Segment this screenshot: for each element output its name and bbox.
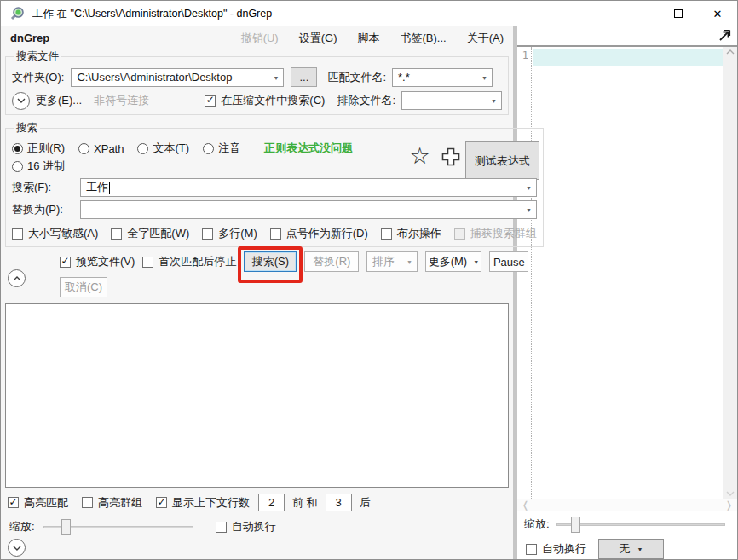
- pop-out-arrow-icon[interactable]: [718, 29, 731, 43]
- minimize-button[interactable]: [620, 1, 659, 26]
- results-list[interactable]: [5, 303, 509, 488]
- radio-regex[interactable]: 正则(R): [12, 141, 65, 156]
- menu-settings[interactable]: 设置(G): [299, 31, 337, 46]
- context-before-input[interactable]: 2: [258, 494, 285, 511]
- radio-phonetic-label[interactable]: 注音: [218, 141, 240, 156]
- more-actions-button[interactable]: 更多(M) ▼: [425, 251, 481, 272]
- slider-thumb[interactable]: [571, 517, 580, 533]
- slider-track[interactable]: [556, 523, 725, 526]
- show-context-checkbox[interactable]: [156, 497, 167, 508]
- menu-script[interactable]: 脚本: [357, 31, 379, 46]
- menu-about[interactable]: 关于(A): [467, 31, 504, 46]
- case-sensitive-label[interactable]: 大小写敏感(A): [28, 226, 98, 241]
- maximize-button[interactable]: [659, 1, 698, 26]
- dropdown-arrow-icon[interactable]: ▼: [273, 75, 279, 81]
- bookmark-star-icon[interactable]: ☆: [410, 145, 430, 168]
- dropdown-arrow-icon[interactable]: ▼: [491, 98, 497, 104]
- context-after-input[interactable]: 3: [326, 494, 352, 511]
- multiline-checkbox[interactable]: [202, 228, 213, 240]
- radio-regex-label[interactable]: 正则(R): [27, 141, 65, 156]
- highlight-groups-checkbox[interactable]: [82, 497, 93, 508]
- radio-regex-circle[interactable]: [12, 143, 23, 154]
- radio-hex-label[interactable]: 16 进制: [27, 159, 65, 174]
- horizontal-scrollbar[interactable]: ❬ ❭: [517, 499, 737, 511]
- syntax-value[interactable]: 无: [620, 541, 631, 557]
- option-case-sensitive[interactable]: 大小写敏感(A): [12, 225, 98, 242]
- preview-zoom-slider[interactable]: [556, 517, 725, 533]
- dropdown-arrow-icon[interactable]: ▼: [637, 546, 643, 552]
- results-wrap-checkbox[interactable]: [216, 522, 227, 533]
- option-highlight-matches[interactable]: 高亮匹配: [8, 495, 68, 511]
- highlight-matches-checkbox[interactable]: [8, 497, 19, 508]
- boolean-checkbox[interactable]: [381, 228, 392, 240]
- test-expression-button[interactable]: 测试表达式: [465, 141, 539, 180]
- option-whole-word[interactable]: 全字匹配(W): [111, 225, 189, 242]
- search-for-combobox[interactable]: 工作 ▼: [80, 178, 537, 197]
- dropdown-arrow-icon[interactable]: ▼: [473, 259, 479, 265]
- menu-bookmarks[interactable]: 书签(B)...: [400, 31, 446, 46]
- replace-with-combobox[interactable]: ▼: [80, 200, 537, 219]
- results-wrap-label[interactable]: 自动换行: [232, 519, 276, 534]
- scroll-left-icon[interactable]: ❬: [522, 499, 529, 511]
- radio-phonetic[interactable]: 注音: [203, 141, 240, 156]
- close-button[interactable]: ✕: [698, 1, 737, 26]
- radio-phonetic-circle[interactable]: [203, 143, 214, 154]
- highlight-matches-label[interactable]: 高亮匹配: [24, 495, 68, 511]
- option-preview-wrap[interactable]: 自动换行: [526, 541, 586, 557]
- search-archives-label[interactable]: 在压缩文件中搜索(C): [221, 93, 325, 108]
- boolean-label[interactable]: 布尔操作: [397, 226, 441, 241]
- stop-after-first-label[interactable]: 首次匹配后停止: [159, 254, 236, 269]
- whole-word-checkbox[interactable]: [111, 228, 122, 240]
- dot-as-newline-checkbox[interactable]: [270, 228, 281, 240]
- vertical-scrollbar[interactable]: [723, 47, 737, 499]
- add-bookmark-plus-icon[interactable]: [441, 147, 461, 167]
- search-button[interactable]: 搜索(S): [244, 251, 297, 272]
- radio-hex-circle[interactable]: [12, 161, 23, 172]
- stop-after-first-checkbox[interactable]: [142, 257, 153, 268]
- pause-button[interactable]: Pause: [489, 251, 528, 272]
- more-actions-label[interactable]: 更多(M): [429, 254, 468, 269]
- editor-body[interactable]: [532, 47, 723, 499]
- radio-text[interactable]: 文本(T): [137, 141, 189, 156]
- search-archives-checkbox[interactable]: [205, 95, 216, 107]
- radio-xpath[interactable]: XPath: [78, 142, 124, 155]
- option-boolean[interactable]: 布尔操作: [381, 225, 441, 242]
- option-dot-as-newline[interactable]: 点号作为新行(D): [270, 225, 368, 242]
- preview-file-checkbox[interactable]: [60, 257, 71, 268]
- syntax-select-button[interactable]: 无 ▼: [598, 539, 664, 559]
- multiline-label[interactable]: 多行(M): [218, 226, 257, 241]
- option-show-context[interactable]: 显示上下文行数: [156, 495, 250, 511]
- results-zoom-slider[interactable]: [43, 519, 193, 535]
- dropdown-arrow-icon[interactable]: ▼: [526, 207, 532, 213]
- radio-hex[interactable]: 16 进制: [12, 159, 65, 174]
- show-context-label[interactable]: 显示上下文行数: [172, 495, 250, 511]
- scroll-down-icon[interactable]: [726, 491, 735, 496]
- preview-wrap-checkbox[interactable]: [526, 544, 537, 555]
- dropdown-arrow-icon[interactable]: ▼: [481, 75, 487, 81]
- preview-file-label[interactable]: 预览文件(V): [76, 254, 135, 269]
- collapse-bottom-button[interactable]: [8, 539, 26, 557]
- whole-word-label[interactable]: 全字匹配(W): [127, 226, 189, 241]
- highlight-groups-label[interactable]: 高亮群组: [98, 495, 142, 511]
- more-options-label[interactable]: 更多(E)...: [36, 93, 82, 108]
- option-results-wrap[interactable]: 自动换行: [216, 519, 276, 534]
- folder-combobox[interactable]: C:\Users\Administrator\Desktop ▼: [71, 68, 284, 87]
- case-sensitive-checkbox[interactable]: [12, 228, 23, 240]
- dropdown-arrow-icon[interactable]: ▼: [526, 185, 532, 191]
- preview-wrap-label[interactable]: 自动换行: [542, 541, 586, 557]
- radio-xpath-circle[interactable]: [78, 143, 89, 154]
- scroll-up-icon[interactable]: [726, 49, 735, 55]
- slider-thumb[interactable]: [61, 519, 71, 535]
- radio-text-circle[interactable]: [137, 143, 148, 154]
- exclude-files-combobox[interactable]: ▼: [401, 91, 502, 110]
- option-stop-after-first-match[interactable]: 首次匹配后停止: [142, 254, 236, 269]
- radio-text-label[interactable]: 文本(T): [153, 141, 189, 156]
- browse-button[interactable]: ...: [291, 67, 317, 87]
- preview-editor[interactable]: 1: [517, 45, 737, 499]
- scroll-right-icon[interactable]: ❭: [725, 499, 733, 511]
- collapse-panel-button[interactable]: [8, 269, 26, 287]
- option-preview-file[interactable]: 预览文件(V): [60, 254, 135, 269]
- radio-xpath-label[interactable]: XPath: [94, 142, 124, 155]
- match-files-combobox[interactable]: *.* ▼: [392, 68, 493, 87]
- option-highlight-groups[interactable]: 高亮群组: [82, 495, 142, 511]
